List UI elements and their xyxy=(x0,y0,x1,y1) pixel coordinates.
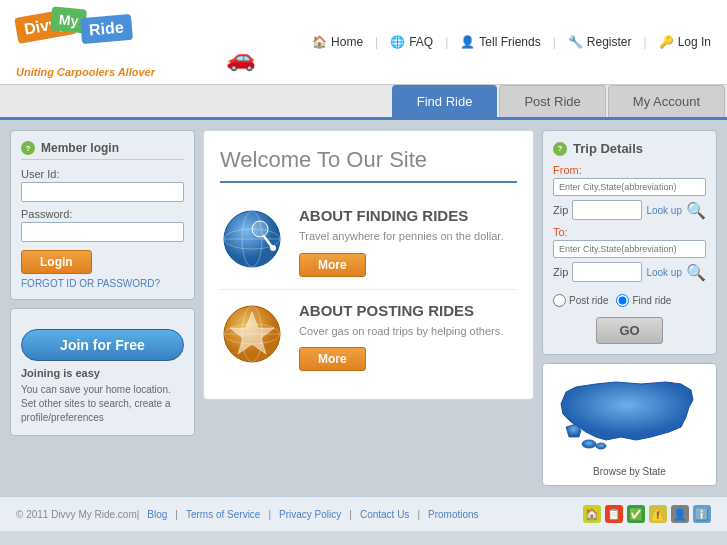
usa-map-image[interactable] xyxy=(551,372,706,462)
from-city-input[interactable] xyxy=(553,178,706,196)
footer-icon-4[interactable]: ⚠️ xyxy=(649,505,667,523)
footer-icon-3[interactable]: ✅ xyxy=(627,505,645,523)
login-panel: ? Member login User Id: Password: Login … xyxy=(10,130,195,300)
footer-copyright: © 2011 Divvy My Ride.com| xyxy=(16,509,139,520)
footer-contact[interactable]: Contact Us xyxy=(360,509,409,520)
top-nav: 🏠 Home | 🌐 FAQ | 👤 Tell Friends | 🔧 Regi… xyxy=(312,35,711,49)
nav-faq[interactable]: 🌐 FAQ xyxy=(390,35,433,49)
from-zip-label: Zip xyxy=(553,204,568,216)
from-lookup-icon[interactable]: 🔍 xyxy=(686,201,706,220)
footer-links: © 2011 Divvy My Ride.com| Blog | Terms o… xyxy=(16,509,479,520)
to-lookup-link[interactable]: Look up xyxy=(646,267,682,278)
posting-rides-desc: Cover gas on road trips by helping other… xyxy=(299,323,517,340)
footer-icon-5[interactable]: 👤 xyxy=(671,505,689,523)
nav-divider-4: | xyxy=(644,35,647,49)
nav-login[interactable]: 🔑 Log In xyxy=(659,35,711,49)
user-id-label: User Id: xyxy=(21,168,184,180)
nav-divider-3: | xyxy=(553,35,556,49)
go-button[interactable]: GO xyxy=(596,317,662,344)
home-icon: 🏠 xyxy=(312,35,327,49)
post-ride-radio[interactable] xyxy=(553,294,566,307)
center-panel: Welcome To Our Site xyxy=(203,130,534,486)
to-lookup-icon[interactable]: 🔍 xyxy=(686,263,706,282)
tab-post-ride[interactable]: Post Ride xyxy=(499,85,605,117)
footer-icon-1[interactable]: 🏠 xyxy=(583,505,601,523)
svg-point-13 xyxy=(596,443,606,449)
to-city-input[interactable] xyxy=(553,240,706,258)
footer-div-2: | xyxy=(268,509,271,520)
trip-title: ? Trip Details xyxy=(553,141,706,156)
find-ride-option[interactable]: Find ride xyxy=(616,294,671,307)
finding-rides-desc: Travel anywhere for pennies on the dolla… xyxy=(299,228,517,245)
password-input[interactable] xyxy=(21,222,184,242)
from-zip-row: Zip Look up 🔍 xyxy=(553,200,706,220)
footer: © 2011 Divvy My Ride.com| Blog | Terms o… xyxy=(0,496,727,531)
tell-friends-icon: 👤 xyxy=(460,35,475,49)
map-panel: Browse by State xyxy=(542,363,717,486)
trip-details-panel: ? Trip Details From: Zip Look up 🔍 To: Z… xyxy=(542,130,717,355)
main: ? Member login User Id: Password: Login … xyxy=(0,120,727,496)
logo-ride: Ride xyxy=(80,14,133,44)
footer-icon-2[interactable]: 📋 xyxy=(605,505,623,523)
find-ride-radio[interactable] xyxy=(616,294,629,307)
center-box: Welcome To Our Site xyxy=(203,130,534,400)
tab-my-account[interactable]: My Account xyxy=(608,85,725,117)
user-id-input[interactable] xyxy=(21,182,184,202)
trip-title-icon: ? xyxy=(553,142,567,156)
footer-icon-6[interactable]: ℹ️ xyxy=(693,505,711,523)
forgot-link[interactable]: FORGOT ID OR PASSWORD? xyxy=(21,278,184,289)
to-label: To: xyxy=(553,226,706,238)
svg-point-6 xyxy=(270,245,276,251)
footer-icons: 🏠 📋 ✅ ⚠️ 👤 ℹ️ xyxy=(583,505,711,523)
left-panel: ? Member login User Id: Password: Login … xyxy=(10,130,195,486)
tab-find-ride[interactable]: Find Ride xyxy=(392,85,498,117)
login-icon: 🔑 xyxy=(659,35,674,49)
password-label: Password: xyxy=(21,208,184,220)
tab-bar: Find Ride Post Ride My Account xyxy=(0,85,727,120)
join-panel: Join for Free Joining is easy You can sa… xyxy=(10,308,195,436)
to-zip-label: Zip xyxy=(553,266,568,278)
footer-div-1: | xyxy=(175,509,178,520)
logo-tagline: Uniting Carpoolers Allover xyxy=(16,66,155,78)
from-label: From: xyxy=(553,164,706,176)
nav-divider-1: | xyxy=(375,35,378,49)
login-button[interactable]: Login xyxy=(21,250,92,274)
ride-type-row: Post ride Find ride xyxy=(553,288,706,309)
finding-rides-content: ABOUT FINDING RIDES Travel anywhere for … xyxy=(299,207,517,277)
posting-rides-content: ABOUT POSTING RIDES Cover gas on road tr… xyxy=(299,302,517,372)
nav-tell-friends[interactable]: 👤 Tell Friends xyxy=(460,35,540,49)
footer-div-3: | xyxy=(349,509,352,520)
join-button[interactable]: Join for Free xyxy=(21,329,184,361)
to-zip-row: Zip Look up 🔍 xyxy=(553,262,706,282)
finding-rides-more-button[interactable]: More xyxy=(299,253,366,277)
finding-rides-globe xyxy=(220,207,285,272)
join-tagline: Joining is easy xyxy=(21,367,184,379)
from-lookup-link[interactable]: Look up xyxy=(646,205,682,216)
posting-rides-more-button[interactable]: More xyxy=(299,347,366,371)
logo-area: Divvy My Ride 🚗 Uniting Carpoolers Allov… xyxy=(16,8,236,76)
register-icon: 🔧 xyxy=(568,35,583,49)
login-title-icon: ? xyxy=(21,141,35,155)
header: Divvy My Ride 🚗 Uniting Carpoolers Allov… xyxy=(0,0,727,85)
welcome-title: Welcome To Our Site xyxy=(220,147,517,183)
right-panel: ? Trip Details From: Zip Look up 🔍 To: Z… xyxy=(542,130,717,486)
join-desc: You can save your home location. Set oth… xyxy=(21,383,184,425)
map-caption: Browse by State xyxy=(551,466,708,477)
footer-div-4: | xyxy=(417,509,420,520)
nav-register[interactable]: 🔧 Register xyxy=(568,35,632,49)
footer-promotions[interactable]: Promotions xyxy=(428,509,479,520)
posting-rides-section: ABOUT POSTING RIDES Cover gas on road tr… xyxy=(220,290,517,384)
footer-privacy[interactable]: Privacy Policy xyxy=(279,509,341,520)
post-ride-option[interactable]: Post ride xyxy=(553,294,608,307)
nav-home[interactable]: 🏠 Home xyxy=(312,35,363,49)
nav-divider-2: | xyxy=(445,35,448,49)
faq-icon: 🌐 xyxy=(390,35,405,49)
login-panel-title: ? Member login xyxy=(21,141,184,160)
finding-rides-section: ABOUT FINDING RIDES Travel anywhere for … xyxy=(220,195,517,290)
footer-blog[interactable]: Blog xyxy=(147,509,167,520)
svg-point-4 xyxy=(252,221,268,237)
from-zip-input[interactable] xyxy=(572,200,642,220)
finding-rides-title: ABOUT FINDING RIDES xyxy=(299,207,517,224)
to-zip-input[interactable] xyxy=(572,262,642,282)
footer-terms[interactable]: Terms of Service xyxy=(186,509,260,520)
